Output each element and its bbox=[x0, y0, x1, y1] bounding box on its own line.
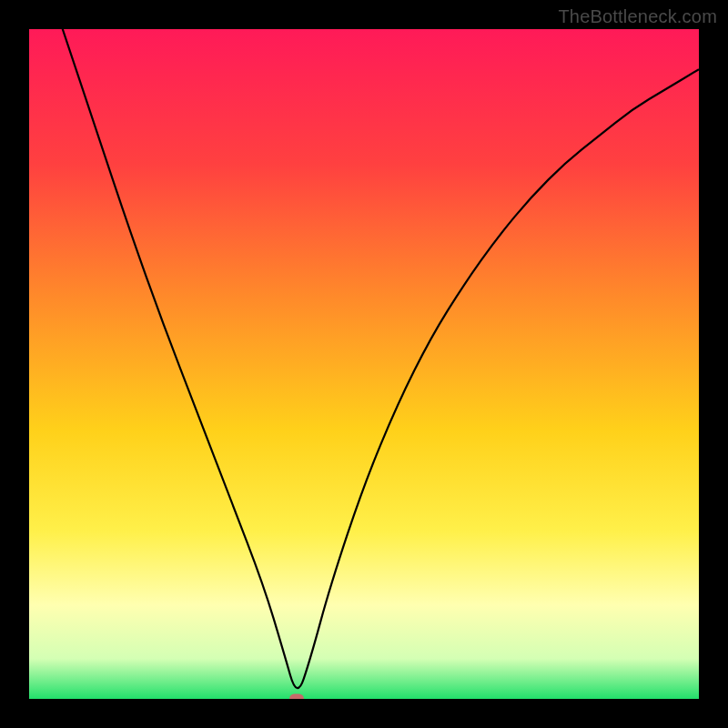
optimum-marker bbox=[289, 694, 304, 700]
watermark-text: TheBottleneck.com bbox=[558, 5, 717, 27]
bottleneck-curve bbox=[29, 29, 699, 699]
plot-area bbox=[29, 29, 699, 699]
chart-frame: TheBottleneck.com bbox=[0, 0, 728, 728]
